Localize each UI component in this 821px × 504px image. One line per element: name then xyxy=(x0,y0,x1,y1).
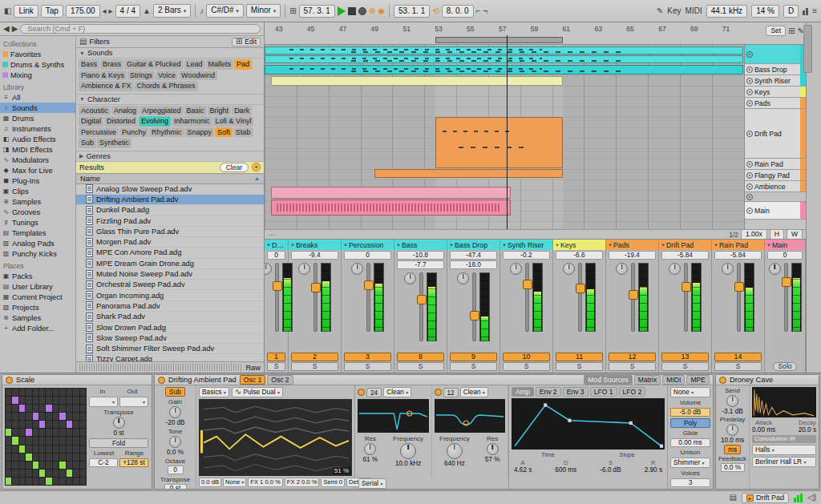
adsr-stage-value[interactable]: 4.62 s xyxy=(514,466,532,474)
scale-grid-cell[interactable] xyxy=(46,421,51,428)
track-collapse-icon[interactable]: ▼ xyxy=(502,243,507,248)
scale-out-menu[interactable]: ▾ xyxy=(119,397,148,407)
scale-grid-cell[interactable] xyxy=(59,446,65,453)
filter-tag[interactable]: Strings xyxy=(127,71,155,81)
osc-tab[interactable]: Osc 1 xyxy=(240,375,265,385)
scale-grid-cell[interactable] xyxy=(12,429,18,436)
scale-grid-cell[interactable] xyxy=(6,478,11,485)
scale-grid-cell[interactable] xyxy=(53,470,59,477)
osc-fx2-field[interactable]: FX 2 0.0 % xyxy=(285,478,320,487)
osc-tab[interactable]: Osc 2 xyxy=(267,375,293,385)
scale-grid-cell[interactable] xyxy=(33,389,38,396)
scale-grid-cell[interactable] xyxy=(59,454,65,461)
track-header[interactable]: Flangy Pad xyxy=(745,170,806,181)
scale-grid-cell[interactable] xyxy=(53,389,59,396)
scale-grid-cell[interactable] xyxy=(46,454,51,461)
transpose-field[interactable]: 0 st xyxy=(164,484,187,490)
loop-start-field[interactable]: 53. 1. 1 xyxy=(394,5,430,18)
speaker-icon[interactable]: ◁) xyxy=(807,494,816,502)
track-collapse-icon[interactable]: ▼ xyxy=(608,243,613,248)
mod-source-menu[interactable]: None ▾ xyxy=(670,387,710,397)
result-item[interactable]: Drifting Ambient Pad.adv xyxy=(76,195,264,205)
scale-grid-cell[interactable] xyxy=(39,454,45,461)
genres-group-label[interactable]: Genres xyxy=(86,152,111,160)
filter1-freq-knob[interactable] xyxy=(400,443,416,459)
mixer-track-title[interactable]: ▼ Keys xyxy=(553,240,605,250)
scale-grid-cell[interactable] xyxy=(39,470,45,477)
filter-tag[interactable]: Bass xyxy=(79,59,99,70)
mixer-track-title[interactable]: ▼ Rain Pad xyxy=(712,240,764,250)
scale-grid-cell[interactable] xyxy=(80,389,86,396)
filter-routing-menu[interactable]: Serial ▾ xyxy=(358,478,386,489)
envelope-tab[interactable]: Env 2 xyxy=(536,387,561,397)
adsr-stage-value[interactable]: -6.0 dB xyxy=(600,466,621,474)
fader-handle[interactable] xyxy=(782,277,791,287)
ir-file-menu[interactable]: Berliner Hall LR ▾ xyxy=(752,457,816,467)
solo-button[interactable]: Solo xyxy=(773,362,797,371)
sub-osc-button[interactable]: Sub xyxy=(165,387,185,397)
scale-grid-cell[interactable] xyxy=(33,405,38,412)
scale-grid-cell[interactable] xyxy=(19,478,25,485)
filter-tag[interactable]: Lofi & Vinyl xyxy=(213,116,254,127)
scale-grid-cell[interactable] xyxy=(33,478,38,485)
track-activator-button[interactable]: 1 xyxy=(267,353,285,361)
pan-knob[interactable] xyxy=(616,263,628,275)
search-input[interactable] xyxy=(20,24,261,34)
track-fold-icon[interactable] xyxy=(746,183,753,190)
library-item[interactable]: ◼ Plug-Ins xyxy=(0,175,75,186)
scale-grid-cell[interactable] xyxy=(59,429,65,436)
range-value-field[interactable]: +128 st xyxy=(119,458,148,467)
tempo-field[interactable]: 175.00 xyxy=(66,5,100,18)
poly-mode-button[interactable]: Poly xyxy=(670,418,710,428)
scale-grid-cell[interactable] xyxy=(6,454,11,461)
library-item[interactable]: ▥ Analog Pads xyxy=(0,238,75,248)
volume-fader[interactable] xyxy=(784,263,788,332)
pan-knob[interactable] xyxy=(722,263,734,275)
volume-value-field[interactable]: -19.4 xyxy=(609,251,656,260)
follow-icon[interactable]: ⊞ xyxy=(289,7,296,15)
arrangement-position-field[interactable]: 57. 3. 1 xyxy=(299,5,335,18)
tone-knob[interactable] xyxy=(169,436,181,448)
result-item[interactable]: MPE Dream Grain Drone.adg xyxy=(76,259,264,269)
scale-grid-cell[interactable] xyxy=(6,446,11,453)
mod-tab[interactable]: Matrix xyxy=(634,375,661,385)
track-collapse-icon[interactable]: ▼ xyxy=(396,243,401,248)
synth-volume-field[interactable]: -5.0 dB xyxy=(670,408,710,417)
filter-tag[interactable]: Guitar & Plucked xyxy=(124,59,184,70)
adsr-stage-value[interactable]: 2.90 s xyxy=(645,466,662,474)
ir-display[interactable] xyxy=(752,387,816,417)
play-button[interactable] xyxy=(338,6,346,16)
unison-mode-menu[interactable]: Shimmer ▾ xyxy=(670,458,710,468)
set-locator-button[interactable]: Set xyxy=(766,26,786,36)
fader-handle[interactable] xyxy=(417,295,427,304)
scale-grid-cell[interactable] xyxy=(33,397,38,404)
track-fold-icon[interactable] xyxy=(746,100,753,107)
device-title[interactable]: Scale xyxy=(16,376,34,384)
punch-out-icon[interactable]: ¬ xyxy=(483,7,487,15)
fader-handle[interactable] xyxy=(273,281,282,291)
volume-value-field[interactable]: -0.2 xyxy=(503,251,550,260)
gain-value-field[interactable]: -7.7 xyxy=(397,260,444,269)
scale-grid-cell[interactable] xyxy=(33,421,38,428)
track-collapse-icon[interactable]: ▼ xyxy=(449,243,454,248)
library-item[interactable]: ▥ Punchy Kicks xyxy=(0,248,75,259)
beat-time-ruler[interactable]: 434547495153555759616365676971 Set ⊞ ✎ xyxy=(265,22,806,45)
scale-grid-cell[interactable] xyxy=(19,405,25,412)
ms-sync-toggle[interactable]: ms xyxy=(724,445,741,454)
filter-tag[interactable]: Basic xyxy=(184,106,207,116)
solo-button[interactable]: S xyxy=(661,362,709,371)
scale-grid-cell[interactable] xyxy=(73,413,79,420)
scale-grid-cell[interactable] xyxy=(12,405,18,412)
decay-value[interactable]: 20.0 s xyxy=(799,426,816,433)
track-collapse-icon[interactable]: ▼ xyxy=(266,243,271,248)
scale-in-menu[interactable]: ▾ xyxy=(89,397,118,407)
track-activator-button[interactable]: 3 xyxy=(344,353,391,361)
library-item[interactable]: ▤ Templates xyxy=(0,228,75,238)
menu-icon[interactable]: ≡ xyxy=(812,7,817,15)
filter-tag[interactable]: Pad xyxy=(234,59,252,70)
filter1-on-toggle[interactable] xyxy=(358,389,365,396)
scale-grid-cell[interactable] xyxy=(39,413,45,420)
wavetable-position-value[interactable]: 51 % xyxy=(333,467,350,474)
slope-label[interactable]: Slope xyxy=(619,451,634,458)
scale-grid-cell[interactable] xyxy=(80,421,86,428)
